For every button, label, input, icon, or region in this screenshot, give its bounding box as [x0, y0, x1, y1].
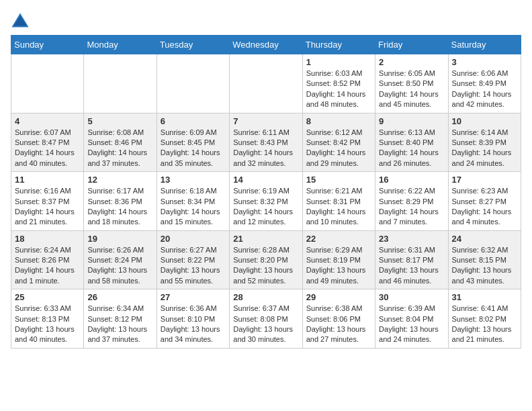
day-number: 27	[161, 292, 226, 302]
calendar-cell: 18Sunrise: 6:24 AMSunset: 8:26 PMDayligh…	[11, 230, 84, 289]
day-info: Sunrise: 6:23 AMSunset: 8:27 PMDaylight:…	[452, 186, 517, 228]
day-number: 30	[379, 292, 444, 302]
calendar-cell: 29Sunrise: 6:38 AMSunset: 8:06 PMDayligh…	[302, 289, 375, 349]
header	[11, 11, 521, 30]
day-number: 17	[452, 175, 517, 185]
day-number: 18	[15, 234, 80, 244]
calendar-cell: 13Sunrise: 6:18 AMSunset: 8:34 PMDayligh…	[157, 172, 229, 231]
day-info: Sunrise: 6:38 AMSunset: 8:06 PMDaylight:…	[306, 304, 371, 345]
calendar-cell	[11, 54, 84, 113]
day-info: Sunrise: 6:13 AMSunset: 8:40 PMDaylight:…	[379, 128, 444, 169]
day-info: Sunrise: 6:31 AMSunset: 8:17 PMDaylight:…	[379, 245, 444, 287]
calendar-cell: 1Sunrise: 6:03 AMSunset: 8:52 PMDaylight…	[302, 54, 375, 113]
day-info: Sunrise: 6:37 AMSunset: 8:08 PMDaylight:…	[233, 304, 298, 345]
week-row-4: 18Sunrise: 6:24 AMSunset: 8:26 PMDayligh…	[11, 230, 521, 289]
calendar-cell: 28Sunrise: 6:37 AMSunset: 8:08 PMDayligh…	[230, 289, 302, 349]
week-row-5: 25Sunrise: 6:33 AMSunset: 8:13 PMDayligh…	[11, 289, 521, 349]
calendar-cell: 21Sunrise: 6:28 AMSunset: 8:20 PMDayligh…	[230, 230, 302, 289]
day-number: 16	[379, 175, 444, 185]
day-info: Sunrise: 6:09 AMSunset: 8:45 PMDaylight:…	[161, 128, 226, 169]
calendar-cell: 20Sunrise: 6:27 AMSunset: 8:22 PMDayligh…	[157, 230, 229, 289]
logo	[11, 11, 32, 30]
day-number: 5	[87, 116, 152, 126]
calendar-cell: 14Sunrise: 6:19 AMSunset: 8:32 PMDayligh…	[230, 172, 302, 231]
calendar-cell: 11Sunrise: 6:16 AMSunset: 8:37 PMDayligh…	[11, 172, 84, 231]
day-header-monday: Monday	[84, 36, 157, 54]
day-number: 3	[452, 57, 517, 67]
day-header-saturday: Saturday	[448, 36, 521, 54]
day-number: 15	[306, 175, 371, 185]
day-info: Sunrise: 6:17 AMSunset: 8:36 PMDaylight:…	[87, 186, 152, 228]
calendar-cell: 25Sunrise: 6:33 AMSunset: 8:13 PMDayligh…	[11, 289, 84, 349]
day-info: Sunrise: 6:27 AMSunset: 8:22 PMDaylight:…	[161, 245, 226, 287]
day-number: 22	[306, 234, 371, 244]
day-number: 11	[15, 175, 80, 185]
day-info: Sunrise: 6:39 AMSunset: 8:04 PMDaylight:…	[379, 304, 444, 345]
day-number: 25	[15, 292, 80, 302]
day-info: Sunrise: 6:24 AMSunset: 8:26 PMDaylight:…	[15, 245, 80, 287]
week-row-2: 4Sunrise: 6:07 AMSunset: 8:47 PMDaylight…	[11, 113, 521, 172]
day-info: Sunrise: 6:19 AMSunset: 8:32 PMDaylight:…	[233, 186, 298, 228]
week-row-3: 11Sunrise: 6:16 AMSunset: 8:37 PMDayligh…	[11, 172, 521, 231]
day-header-friday: Friday	[375, 36, 448, 54]
day-number: 7	[233, 116, 298, 126]
day-number: 9	[379, 116, 444, 126]
day-info: Sunrise: 6:14 AMSunset: 8:39 PMDaylight:…	[452, 128, 517, 169]
day-info: Sunrise: 6:06 AMSunset: 8:49 PMDaylight:…	[452, 68, 517, 110]
week-row-1: 1Sunrise: 6:03 AMSunset: 8:52 PMDaylight…	[11, 54, 521, 113]
calendar-cell: 7Sunrise: 6:11 AMSunset: 8:43 PMDaylight…	[230, 113, 302, 172]
day-number: 8	[306, 116, 371, 126]
day-number: 29	[306, 292, 371, 302]
calendar: SundayMondayTuesdayWednesdayThursdayFrid…	[11, 35, 521, 349]
day-number: 20	[161, 234, 226, 244]
day-info: Sunrise: 6:29 AMSunset: 8:19 PMDaylight:…	[306, 245, 371, 287]
day-info: Sunrise: 6:12 AMSunset: 8:42 PMDaylight:…	[306, 128, 371, 169]
day-number: 10	[452, 116, 517, 126]
calendar-cell: 17Sunrise: 6:23 AMSunset: 8:27 PMDayligh…	[448, 172, 521, 231]
calendar-cell: 12Sunrise: 6:17 AMSunset: 8:36 PMDayligh…	[84, 172, 157, 231]
calendar-cell: 6Sunrise: 6:09 AMSunset: 8:45 PMDaylight…	[157, 113, 229, 172]
calendar-cell: 23Sunrise: 6:31 AMSunset: 8:17 PMDayligh…	[375, 230, 448, 289]
calendar-cell: 15Sunrise: 6:21 AMSunset: 8:31 PMDayligh…	[302, 172, 375, 231]
day-number: 19	[87, 234, 152, 244]
day-header-tuesday: Tuesday	[157, 36, 229, 54]
calendar-cell: 4Sunrise: 6:07 AMSunset: 8:47 PMDaylight…	[11, 113, 84, 172]
day-number: 1	[306, 57, 371, 67]
calendar-cell: 2Sunrise: 6:05 AMSunset: 8:50 PMDaylight…	[375, 54, 448, 113]
calendar-cell: 22Sunrise: 6:29 AMSunset: 8:19 PMDayligh…	[302, 230, 375, 289]
day-info: Sunrise: 6:34 AMSunset: 8:12 PMDaylight:…	[87, 304, 152, 345]
calendar-cell: 19Sunrise: 6:26 AMSunset: 8:24 PMDayligh…	[84, 230, 157, 289]
calendar-cell: 31Sunrise: 6:41 AMSunset: 8:02 PMDayligh…	[448, 289, 521, 349]
day-info: Sunrise: 6:07 AMSunset: 8:47 PMDaylight:…	[15, 128, 80, 169]
day-info: Sunrise: 6:28 AMSunset: 8:20 PMDaylight:…	[233, 245, 298, 287]
calendar-cell: 16Sunrise: 6:22 AMSunset: 8:29 PMDayligh…	[375, 172, 448, 231]
svg-marker-1	[13, 15, 27, 26]
day-info: Sunrise: 6:22 AMSunset: 8:29 PMDaylight:…	[379, 186, 444, 228]
day-number: 12	[87, 175, 152, 185]
day-number: 31	[452, 292, 517, 302]
calendar-cell: 10Sunrise: 6:14 AMSunset: 8:39 PMDayligh…	[448, 113, 521, 172]
day-number: 4	[15, 116, 80, 126]
calendar-cell: 27Sunrise: 6:36 AMSunset: 8:10 PMDayligh…	[157, 289, 229, 349]
calendar-cell: 3Sunrise: 6:06 AMSunset: 8:49 PMDaylight…	[448, 54, 521, 113]
day-info: Sunrise: 6:03 AMSunset: 8:52 PMDaylight:…	[306, 68, 371, 110]
day-info: Sunrise: 6:32 AMSunset: 8:15 PMDaylight:…	[452, 245, 517, 287]
day-number: 28	[233, 292, 298, 302]
day-number: 2	[379, 57, 444, 67]
day-header-sunday: Sunday	[11, 36, 84, 54]
day-header-thursday: Thursday	[302, 36, 375, 54]
day-info: Sunrise: 6:36 AMSunset: 8:10 PMDaylight:…	[161, 304, 226, 345]
calendar-body: 1Sunrise: 6:03 AMSunset: 8:52 PMDaylight…	[11, 54, 521, 349]
day-number: 21	[233, 234, 298, 244]
day-info: Sunrise: 6:18 AMSunset: 8:34 PMDaylight:…	[161, 186, 226, 228]
days-of-week-row: SundayMondayTuesdayWednesdayThursdayFrid…	[11, 36, 521, 54]
calendar-cell	[84, 54, 157, 113]
day-info: Sunrise: 6:41 AMSunset: 8:02 PMDaylight:…	[452, 304, 517, 345]
day-info: Sunrise: 6:26 AMSunset: 8:24 PMDaylight:…	[87, 245, 152, 287]
day-info: Sunrise: 6:11 AMSunset: 8:43 PMDaylight:…	[233, 128, 298, 169]
day-number: 6	[161, 116, 226, 126]
day-number: 23	[379, 234, 444, 244]
calendar-cell: 9Sunrise: 6:13 AMSunset: 8:40 PMDaylight…	[375, 113, 448, 172]
calendar-cell	[230, 54, 302, 113]
day-info: Sunrise: 6:33 AMSunset: 8:13 PMDaylight:…	[15, 304, 80, 345]
